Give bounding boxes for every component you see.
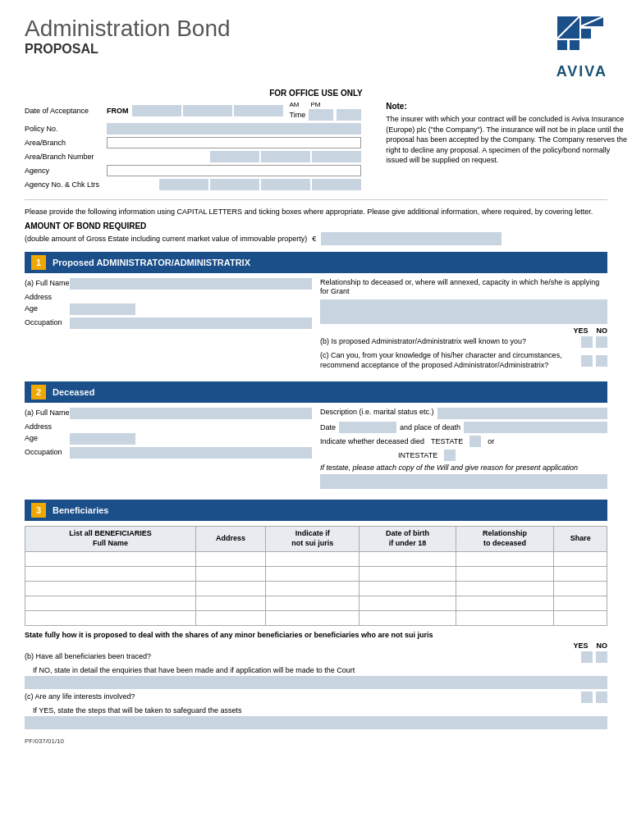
s3-b-no-checkbox[interactable]	[596, 651, 607, 663]
s1-rel-input[interactable]	[320, 299, 607, 324]
bene-1-address[interactable]	[195, 551, 265, 566]
bene-2-name[interactable]	[25, 566, 196, 581]
s3-c-no-checkbox[interactable]	[596, 692, 607, 703]
aviva-logo-icon	[557, 16, 607, 62]
s2-description-input[interactable]	[437, 408, 607, 419]
bene-4-dob[interactable]	[360, 596, 456, 610]
bene-3-rel[interactable]	[456, 581, 554, 596]
s3-c-yes-checkbox[interactable]	[581, 692, 593, 703]
date-acceptance-row: Date of Acceptance FROM AM PM Time	[25, 101, 361, 121]
header: Administration Bond PROPOSAL AVIVA	[25, 16, 607, 80]
time-pm-input[interactable]	[337, 109, 361, 121]
bene-3-name[interactable]	[25, 581, 196, 596]
s3-question-c: (c) Are any life interests involved? If …	[25, 692, 607, 729]
s1-b-yes-checkbox[interactable]	[581, 336, 593, 348]
s3-b-yes-checkbox[interactable]	[581, 651, 593, 663]
agency-no-spacer	[107, 179, 158, 190]
bene-4-sui[interactable]	[266, 596, 360, 610]
svg-rect-2	[581, 29, 591, 39]
s2-place-input[interactable]	[464, 422, 607, 433]
bene-2-share[interactable]	[554, 566, 607, 581]
s1-age-input[interactable]	[70, 304, 135, 315]
bene-1-sui[interactable]	[266, 551, 360, 566]
agency-no-1[interactable]	[159, 179, 208, 190]
svg-rect-4	[570, 40, 579, 50]
bene-3-address[interactable]	[195, 581, 265, 596]
s2-intestate-checkbox[interactable]	[444, 450, 456, 461]
s1-occupation-label: Occupation	[25, 317, 70, 326]
s2-testate-label: TESTATE	[431, 437, 463, 445]
bene-4-name[interactable]	[25, 596, 196, 610]
area-branch-num-2[interactable]	[261, 151, 310, 162]
s1-c-no-checkbox[interactable]	[596, 355, 607, 367]
section1-right: Relationship to deceased or, where will …	[320, 278, 607, 374]
bene-1-rel[interactable]	[456, 551, 554, 566]
s2-testate-reason-input[interactable]	[320, 474, 607, 489]
s3-yes-no-header: YES NO	[25, 641, 607, 650]
svg-rect-3	[557, 40, 567, 50]
s1-occupation-row: Occupation	[25, 317, 312, 329]
area-branch-num-spacer	[107, 151, 208, 162]
s3-question-b: (b) Have all beneficiaries been traced? …	[25, 651, 607, 689]
bene-4-share[interactable]	[554, 596, 607, 610]
pm-label: PM	[311, 101, 321, 108]
s2-testate-checkbox[interactable]	[469, 436, 481, 447]
date-input-3[interactable]	[234, 105, 283, 116]
bene-3-share[interactable]	[554, 581, 607, 596]
bene-5-name[interactable]	[25, 610, 196, 625]
area-branch-input[interactable]	[107, 137, 361, 148]
s3-b-input[interactable]	[25, 676, 607, 689]
from-label: FROM	[107, 107, 129, 115]
date-input-1[interactable]	[132, 105, 181, 116]
agency-no-2[interactable]	[210, 179, 259, 190]
s1-occupation-input[interactable]	[70, 317, 312, 329]
bene-1-share[interactable]	[554, 551, 607, 566]
s1-age-row: Age	[25, 304, 312, 315]
area-branch-num-3[interactable]	[312, 151, 361, 162]
agency-input[interactable]	[107, 165, 361, 176]
bene-5-dob[interactable]	[360, 610, 456, 625]
s2-description-row: Description (i.e. marital status etc.)	[320, 408, 607, 419]
amount-input[interactable]	[321, 232, 501, 245]
s1-c-yes-checkbox[interactable]	[581, 355, 593, 367]
s2-occupation-input[interactable]	[70, 447, 312, 459]
section2: 2 Deceased (a) Full Name Address Age Occ…	[25, 381, 607, 491]
s1-b-no-checkbox[interactable]	[596, 336, 607, 348]
section2-header: 2 Deceased	[25, 381, 607, 403]
bene-2-rel[interactable]	[456, 566, 554, 581]
bene-5-share[interactable]	[554, 610, 607, 625]
policy-input[interactable]	[107, 123, 361, 135]
s1-question-b: (b) Is proposed Administrator/Administra…	[320, 337, 581, 347]
bene-row-4	[25, 596, 607, 610]
area-branch-num-1[interactable]	[210, 151, 259, 162]
s2-date-input[interactable]	[339, 422, 396, 433]
s3-c-input[interactable]	[25, 716, 607, 729]
s2-fullname-input[interactable]	[70, 408, 312, 419]
section2-left: (a) Full Name Address Age Occupation	[25, 408, 312, 491]
bene-3-dob[interactable]	[360, 581, 456, 596]
currency-symbol: €	[312, 235, 316, 243]
bene-2-sui[interactable]	[266, 566, 360, 581]
bene-5-address[interactable]	[195, 610, 265, 625]
s2-age-input[interactable]	[70, 433, 135, 445]
bene-5-sui[interactable]	[266, 610, 360, 625]
s1-fullname-label: (a) Full Name	[25, 278, 70, 287]
time-am-input[interactable]	[309, 109, 333, 121]
bene-2-dob[interactable]	[360, 566, 456, 581]
agency-row: Agency	[25, 165, 361, 176]
bene-row-3	[25, 581, 607, 596]
bene-4-rel[interactable]	[456, 596, 554, 610]
bene-4-address[interactable]	[195, 596, 265, 610]
bene-2-address[interactable]	[195, 566, 265, 581]
s3-question-b-row: (b) Have all beneficiaries been traced?	[25, 651, 607, 663]
bene-3-sui[interactable]	[266, 581, 360, 596]
s1-fullname-row: (a) Full Name	[25, 278, 312, 290]
bene-1-dob[interactable]	[360, 551, 456, 566]
agency-no-4[interactable]	[312, 179, 361, 190]
s1-fullname-input[interactable]	[70, 278, 312, 290]
agency-no-3[interactable]	[261, 179, 310, 190]
bene-1-name[interactable]	[25, 551, 196, 566]
date-input-2[interactable]	[183, 105, 232, 116]
bene-5-rel[interactable]	[456, 610, 554, 625]
s1-yes-no-header: YES NO	[320, 326, 607, 335]
